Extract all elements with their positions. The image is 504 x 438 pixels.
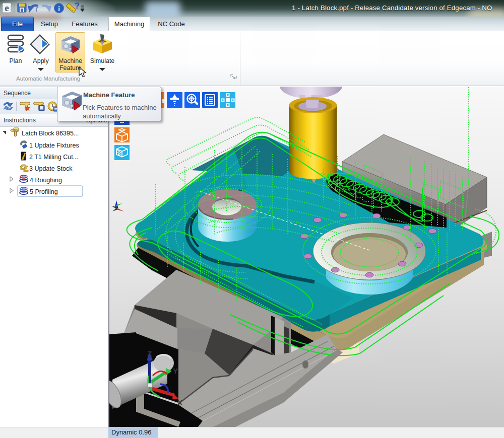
svg-text:4 Roughing: 4 Roughing — [30, 177, 62, 184]
svg-text:1 Update Fixtures: 1 Update Fixtures — [29, 142, 79, 149]
svg-text:2 T1 Milling Cut...: 2 T1 Milling Cut... — [29, 154, 78, 161]
svg-text:3 Update Stock: 3 Update Stock — [29, 165, 73, 172]
svg-text:Latch Block 86395...: Latch Block 86395... — [22, 130, 79, 137]
svg-text:X: X — [177, 398, 182, 407]
svg-text:5 Profiling: 5 Profiling — [30, 188, 58, 195]
svg-text:i: i — [58, 5, 60, 12]
svg-text:?: ? — [75, 2, 80, 10]
svg-text:Y: Y — [173, 367, 178, 375]
svg-text:e: e — [5, 3, 9, 13]
svg-text:Z: Z — [147, 349, 152, 358]
svg-text:NC: NC — [14, 128, 19, 131]
